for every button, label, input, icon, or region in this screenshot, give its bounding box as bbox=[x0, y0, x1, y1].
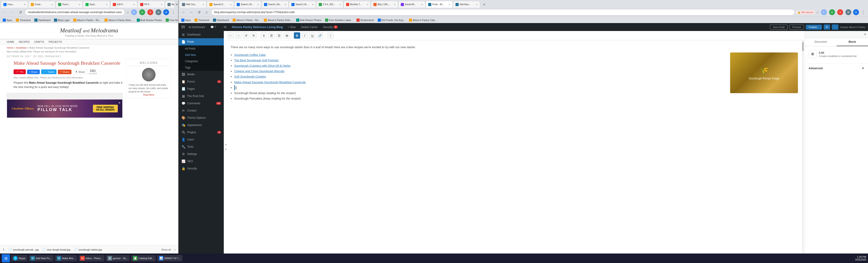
twitter-share-button[interactable]: 🐦 Tweet bbox=[41, 69, 56, 74]
tb-more[interactable]: ⋮ bbox=[327, 32, 333, 39]
wp-nav-contact[interactable]: ✉ Contact bbox=[179, 107, 224, 114]
rbm-nutrition[interactable]: Free Nutrition Label... bbox=[324, 18, 354, 22]
bm-timeclock[interactable]: Timeclock bbox=[15, 18, 32, 22]
bookmark-star[interactable]: ☆ bbox=[126, 10, 129, 14]
download-item-3[interactable]: 📄 sourdough starter.jpg bbox=[74, 248, 102, 251]
cookies-link[interactable]: Soft Sourdough Cookies bbox=[234, 75, 266, 78]
ad-cta[interactable]: FREE SHIPPINGON ALL ORDERS bbox=[93, 105, 118, 112]
rtab-monthly[interactable]: Monthly T...× bbox=[344, 1, 371, 8]
right-profile-button[interactable]: A bbox=[853, 9, 859, 15]
taskbar-item-catalog[interactable]: 📋 Catalog Edit... bbox=[131, 255, 156, 261]
tab-pdf[interactable]: PD F...× bbox=[138, 1, 165, 8]
taskbar-item-report[interactable]: 📊 000647 V# 7... bbox=[157, 255, 182, 261]
tab-touch[interactable]: Touch...× bbox=[56, 1, 83, 8]
wp-nav-users[interactable]: 👤 Users bbox=[179, 136, 224, 143]
scrollbar-thumb[interactable] bbox=[802, 42, 804, 51]
extension-button-3[interactable]: S bbox=[147, 9, 153, 15]
download-item-1[interactable]: 📄 sourdough pancak...jpg bbox=[8, 248, 39, 251]
rbm-dot[interactable]: Dot Foods: Dot Exp... bbox=[377, 18, 406, 22]
right-back-button[interactable]: ← bbox=[180, 9, 187, 16]
taskbar-item-add-new[interactable]: W Add New Po... bbox=[29, 255, 54, 261]
save-draft-button[interactable]: Save Draft bbox=[770, 25, 787, 30]
advanced-section-header[interactable]: Advanced ▼ bbox=[805, 64, 868, 72]
scroll-up-arrow[interactable]: ▲ bbox=[225, 142, 227, 147]
inspector-tab-block[interactable]: Block bbox=[837, 38, 868, 46]
wp-security-item[interactable]: Security 1 bbox=[321, 26, 340, 29]
tab-spotify[interactable]: Spoti...× bbox=[83, 1, 110, 8]
rtab-bitly[interactable]: Bitly | URL...× bbox=[371, 1, 398, 8]
tab-facebook[interactable]: Face...× bbox=[1, 1, 28, 8]
extension-button-2[interactable]: G bbox=[139, 9, 145, 15]
wp-nav-settings[interactable]: ⚙ Settings bbox=[179, 150, 224, 157]
tb-link[interactable]: 🔗 bbox=[317, 32, 323, 39]
publish-button[interactable]: Publish... bbox=[806, 25, 822, 30]
tb-undo2[interactable]: ↺ bbox=[243, 32, 249, 39]
wp-nav-tags[interactable]: Tags bbox=[179, 64, 224, 71]
wp-nav-appearance[interactable]: 🎭 Appearance bbox=[179, 121, 224, 129]
rtab-posts[interactable]: Posts - Ali...× bbox=[426, 1, 453, 8]
right-new-tab-button[interactable]: + bbox=[481, 1, 487, 8]
rbm-bulk[interactable]: Bulk Resize Photos bbox=[295, 18, 322, 22]
tb-redo2[interactable]: ↻ bbox=[250, 32, 257, 39]
new-tab-button[interactable]: + bbox=[175, 1, 178, 8]
tb-list-unordered[interactable]: ☰ bbox=[268, 32, 275, 39]
rbm-shutter[interactable]: Shutterstock bbox=[355, 18, 375, 22]
pin-button[interactable]: 📌 Pin bbox=[13, 69, 26, 74]
rtab-addnew[interactable]: Add New...× bbox=[453, 1, 480, 8]
tb-underline[interactable]: U bbox=[309, 32, 315, 39]
editor-scrollbar[interactable] bbox=[802, 40, 804, 254]
yummly-share-button[interactable]: Y Share bbox=[58, 70, 72, 74]
extension-button[interactable]: E bbox=[131, 9, 137, 15]
preview-button[interactable]: Preview bbox=[789, 25, 804, 30]
scroll-down-arrow[interactable]: ▼ bbox=[225, 147, 227, 152]
right-browser-menu[interactable]: ⋮ bbox=[860, 10, 866, 15]
bm-apps[interactable]: Apps bbox=[2, 18, 13, 22]
rbm-cale[interactable]: Alison's Pantry Cale... bbox=[408, 18, 438, 22]
casserole-link[interactable]: Make-Ahead Sausage Sourdough Breakfast C… bbox=[234, 81, 306, 84]
rbm-alisons2[interactable]: Alison's Pantry Delic... bbox=[263, 18, 293, 22]
right-forward-button[interactable]: → bbox=[188, 9, 194, 16]
rbm-apps[interactable]: Apps bbox=[180, 18, 192, 22]
settings-button[interactable]: ⚙ bbox=[824, 24, 830, 30]
tb-italic[interactable]: I bbox=[302, 32, 308, 39]
close-downloads-button[interactable]: × bbox=[175, 248, 176, 251]
wp-nav-theme-options[interactable]: 🎨 Theme Options bbox=[179, 114, 224, 121]
tb-grid[interactable]: ⊞ bbox=[284, 32, 290, 39]
wp-nav-security[interactable]: 🔒 Security bbox=[179, 165, 224, 172]
wp-nav-posts[interactable]: 📄 Posts bbox=[179, 38, 224, 46]
wp-add-new-button[interactable]: + New bbox=[286, 26, 298, 29]
not-secure-indicator[interactable]: 🔓 Not secure bbox=[796, 10, 815, 14]
right-ext-button-3[interactable]: S bbox=[837, 9, 843, 15]
pretzels-link[interactable]: The Best Sourdough Soft Pretzels bbox=[234, 59, 279, 62]
bm-blog-login[interactable]: Blog Login bbox=[53, 18, 70, 22]
right-address-input[interactable] bbox=[211, 9, 795, 16]
rtab-search2[interactable]: Search | Ali...× bbox=[261, 1, 289, 8]
wp-admin-comments-icon[interactable]: 💬 7 bbox=[209, 26, 218, 29]
address-input[interactable] bbox=[25, 9, 125, 16]
right-home-button[interactable]: ⌂ bbox=[204, 9, 210, 16]
rbm-timeclock[interactable]: Timeclock bbox=[193, 18, 210, 22]
wp-nav-post-grid[interactable]: ▦ The Post Grid bbox=[179, 92, 224, 100]
tb-redo[interactable]: → bbox=[235, 32, 241, 39]
wp-admin-updates-badge[interactable]: ↑ 36 bbox=[220, 26, 228, 29]
wp-nav-categories[interactable]: Categories bbox=[179, 58, 224, 64]
wp-nav-comments[interactable]: 💬 Comments 36 bbox=[179, 100, 224, 107]
wp-nav-seo[interactable]: 📈 SEO bbox=[179, 157, 224, 165]
coffee-cake-link[interactable]: Sourdough Coffee Cake bbox=[234, 53, 266, 57]
right-reload-button[interactable]: ↺ bbox=[196, 9, 202, 16]
browser-menu-button[interactable]: ⋮ bbox=[170, 10, 176, 15]
rtab-wm[interactable]: WM Cloc...× bbox=[180, 1, 207, 8]
rtab-social[interactable]: Social Mi...× bbox=[398, 1, 426, 8]
forward-button[interactable]: → bbox=[9, 9, 16, 16]
rbm-dashboard[interactable]: Dashboard bbox=[212, 18, 230, 22]
wp-nav-tools[interactable]: 🔧 Tools bbox=[179, 143, 224, 150]
show-all-downloads[interactable]: Show all bbox=[161, 248, 171, 251]
start-button[interactable]: ⊞ bbox=[2, 254, 10, 262]
facebook-share-button[interactable]: f Share bbox=[27, 70, 40, 74]
tab-edit[interactable]: Edit P...× bbox=[110, 1, 137, 8]
bm-dashboard[interactable]: Dashboard bbox=[33, 18, 51, 22]
wp-nav-forms[interactable]: 📋 Forms 1 bbox=[179, 78, 224, 85]
wp-admin-dashboard-link[interactable]: ⊞ Dashboard bbox=[187, 26, 207, 29]
tab-create[interactable]: Creat...× bbox=[28, 1, 55, 8]
wp-nav-pages[interactable]: 📃 Pages bbox=[179, 85, 224, 92]
